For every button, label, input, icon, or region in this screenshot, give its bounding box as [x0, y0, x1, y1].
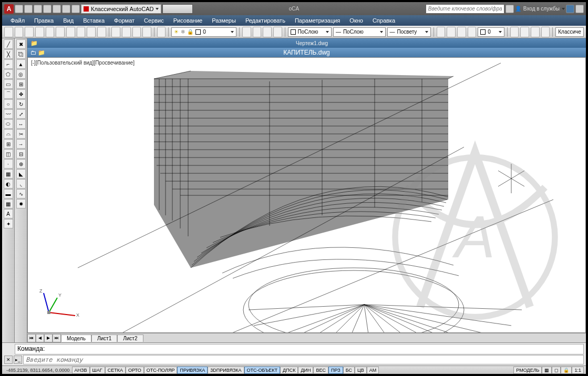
layer-mgr-icon[interactable] — [4, 27, 13, 37]
menu-window[interactable]: Окно — [345, 16, 367, 25]
layer-btn7-icon[interactable] — [77, 27, 86, 37]
layer-btn9-icon[interactable] — [97, 27, 106, 37]
fillet-icon[interactable]: ◟ — [16, 179, 26, 189]
menu-tools[interactable]: Сервис — [140, 16, 168, 25]
addtl-icon[interactable]: ✦ — [4, 219, 13, 228]
stretch-icon[interactable]: ↔ — [16, 119, 26, 129]
menu-param[interactable]: Параметризация — [291, 16, 344, 25]
menu-insert[interactable]: Вставка — [79, 16, 109, 25]
lock-icon[interactable]: 🔒 — [561, 367, 572, 374]
bulb3-icon[interactable] — [457, 27, 466, 37]
status-toggle-вес[interactable]: ВЕС — [313, 367, 328, 374]
help-icon[interactable] — [575, 5, 584, 13]
linetype-combo[interactable]: —ПоСлою — [333, 27, 386, 37]
lay-tool-icon[interactable] — [242, 27, 251, 37]
arc-icon[interactable]: ⌒ — [4, 89, 13, 99]
model-space-button[interactable]: РМОДЕЛЬ — [513, 367, 542, 374]
polygon-icon[interactable]: ⬠ — [4, 69, 13, 79]
ellipse-icon[interactable]: ⬭ — [4, 119, 13, 129]
misc2-icon[interactable] — [122, 27, 131, 37]
text-icon[interactable]: A — [4, 209, 13, 218]
right-tool2-icon[interactable] — [520, 27, 529, 37]
misc3-icon[interactable] — [132, 27, 141, 37]
model-viewport[interactable]: [-][Пользовательский вид][Просвечивание] — [27, 57, 586, 333]
tab-sheet2[interactable]: Лист2 — [117, 335, 143, 342]
print-icon[interactable] — [53, 5, 61, 13]
menu-format[interactable]: Формат — [110, 16, 139, 25]
misc-icon[interactable] — [111, 27, 120, 37]
menu-draw[interactable]: Рисование — [169, 16, 207, 25]
move-icon[interactable]: ✥ — [16, 89, 26, 99]
sheet-next-icon[interactable]: ▶ — [44, 334, 53, 342]
array-icon[interactable]: ⊞ — [16, 79, 26, 89]
status-toggle-сетка[interactable]: СЕТКА — [105, 367, 126, 374]
mirror-icon[interactable]: ▲ — [16, 59, 26, 69]
layer-btn4-icon[interactable] — [46, 27, 55, 37]
cmd-close-icon[interactable]: ✕ — [4, 356, 13, 364]
region-icon[interactable]: ▬ — [4, 189, 13, 199]
layer-btn6-icon[interactable] — [66, 27, 75, 37]
blend-icon[interactable]: ∿ — [16, 189, 26, 199]
layer-btn-icon[interactable] — [15, 27, 24, 37]
status-toggle-цв[interactable]: ЦВ — [355, 367, 367, 374]
layer-btn5-icon[interactable] — [56, 27, 65, 37]
lay-tool2-icon[interactable] — [253, 27, 262, 37]
grad-icon[interactable]: ◐ — [4, 179, 13, 189]
scale-button[interactable]: 1:1 — [572, 367, 584, 374]
menu-file[interactable]: Файл — [6, 16, 29, 25]
menu-help[interactable]: Справка — [368, 16, 399, 25]
refresh-icon[interactable] — [157, 27, 166, 37]
menu-dim[interactable]: Размеры — [208, 16, 240, 25]
status-toggle-анзв[interactable]: АНЗВ — [72, 367, 90, 374]
bulb-icon[interactable] — [437, 27, 446, 37]
line-icon[interactable]: ╱ — [4, 39, 13, 49]
lay-tool3-icon[interactable] — [263, 27, 272, 37]
table-icon[interactable]: ▦ — [4, 199, 13, 208]
join-icon[interactable]: ⊕ — [16, 159, 26, 169]
color-combo[interactable]: ПоСлою — [288, 27, 332, 37]
status-toggle-дпск[interactable]: ДПСК — [280, 367, 298, 374]
layer-combo[interactable]: ☀❄🔒 0 — [171, 27, 236, 37]
undo-icon[interactable] — [62, 5, 70, 13]
search-input[interactable] — [426, 4, 504, 14]
menu-edit[interactable]: Правка — [30, 16, 58, 25]
chamfer-icon[interactable]: ◣ — [16, 169, 26, 179]
doc-tab-2[interactable]: 🗀 📁 КАПИТЕЛЬ.dwg — [27, 48, 586, 57]
open-icon[interactable] — [24, 5, 33, 13]
bulb2-icon[interactable] — [447, 27, 456, 37]
block-icon[interactable]: ◫ — [4, 149, 13, 159]
sheet-first-icon[interactable]: ⏮ — [27, 334, 36, 342]
right-tool4-icon[interactable] — [541, 27, 550, 37]
layer-btn2-icon[interactable] — [25, 27, 34, 37]
break-icon[interactable]: ⊟ — [16, 149, 26, 159]
bulb4-icon[interactable] — [468, 27, 477, 37]
status-toggle-бс[interactable]: БС — [343, 367, 355, 374]
status-max-icon[interactable]: ◻ — [552, 367, 561, 374]
workspace-dropdown[interactable]: Классический AutoCAD — [81, 4, 161, 14]
status-grid-icon[interactable]: ▦ — [542, 367, 552, 374]
status-toggle-прз[interactable]: ПРЗ — [328, 367, 343, 374]
rotate-icon[interactable]: ↻ — [16, 99, 26, 109]
pline-icon[interactable]: ⌐ — [4, 59, 13, 69]
style-combo[interactable]: Классиче — [555, 27, 584, 37]
ellipse-arc-icon[interactable]: ⌓ — [4, 129, 13, 139]
status-toggle-шаг[interactable]: ШАГ — [90, 367, 105, 374]
saveas-icon[interactable] — [43, 5, 51, 13]
menu-view[interactable]: Вид — [59, 16, 78, 25]
lineweight-combo[interactable]: —Посвету — [387, 27, 431, 37]
explode-icon[interactable]: ✸ — [16, 199, 26, 208]
point-icon[interactable]: · — [4, 159, 13, 169]
right-tool-icon[interactable] — [510, 27, 519, 37]
sheet-prev-icon[interactable]: ◀ — [36, 334, 44, 342]
menu-modify[interactable]: Редактировать — [241, 16, 290, 25]
erase-icon[interactable]: ✖ — [16, 39, 26, 49]
tab-model[interactable]: Модель — [61, 335, 91, 342]
insert-icon[interactable]: ⊞ — [4, 139, 13, 149]
status-toggle-привязка[interactable]: ПРИВЯЗКА — [177, 367, 208, 374]
offset-icon[interactable]: ◎ — [16, 69, 26, 79]
redo-icon[interactable] — [71, 5, 80, 13]
extend-icon[interactable]: → — [16, 139, 26, 149]
save-icon[interactable] — [34, 5, 42, 13]
layer-btn8-icon[interactable] — [87, 27, 96, 37]
misc4-icon[interactable] — [142, 27, 151, 37]
